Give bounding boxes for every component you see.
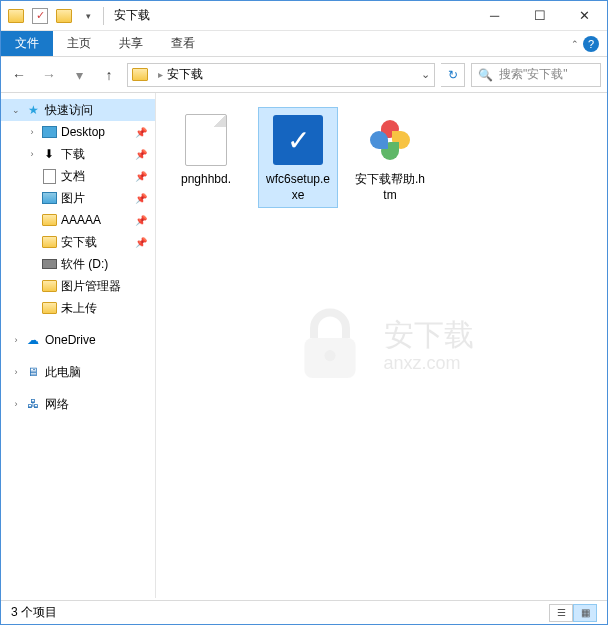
address-folder-icon — [132, 68, 148, 81]
sidebar-item-label: 下载 — [61, 146, 85, 163]
quick-access-label: 快速访问 — [45, 102, 93, 119]
qat-newfolder-icon[interactable] — [53, 5, 75, 27]
breadcrumb-current[interactable]: 安下载 — [167, 66, 203, 83]
nav-back-button[interactable]: ← — [7, 63, 31, 87]
view-large-icons-button[interactable]: ▦ — [573, 604, 597, 622]
navbar: ← → ▾ ↑ ▸ 安下载 ⌄ ↻ 🔍 搜索"安下载" — [1, 57, 607, 93]
nav-up-button[interactable]: ↑ — [97, 63, 121, 87]
refresh-button[interactable]: ↻ — [441, 63, 465, 87]
disclosure-icon[interactable]: ⌄ — [11, 105, 21, 115]
ribbon: 文件 主页 共享 查看 ⌃ ? — [1, 31, 607, 57]
sidebar-item-label: AAAAA — [61, 213, 101, 227]
watermark-lock-icon — [290, 306, 370, 386]
onedrive-icon: ☁ — [25, 332, 41, 348]
sidebar-item-label: 文档 — [61, 168, 85, 185]
watermark-text2: anxz.com — [384, 353, 474, 375]
disclosure-icon[interactable]: › — [11, 367, 21, 377]
star-icon: ★ — [25, 102, 41, 118]
sidebar-item-label: 未上传 — [61, 300, 97, 317]
svg-rect-0 — [304, 338, 355, 378]
breadcrumb-separator-icon: ▸ — [158, 69, 163, 80]
qat-dropdown-icon[interactable]: ▾ — [77, 5, 99, 27]
disclosure-icon[interactable]: › — [27, 127, 37, 137]
disclosure-icon[interactable]: › — [27, 149, 37, 159]
view-details-button[interactable]: ☰ — [549, 604, 573, 622]
search-input[interactable]: 🔍 搜索"安下载" — [471, 63, 601, 87]
watermark-text1: 安下载 — [384, 317, 474, 353]
file-blank-icon — [178, 112, 234, 168]
maximize-button[interactable]: ☐ — [517, 1, 562, 30]
desktop-icon — [41, 124, 57, 140]
folder-icon — [41, 234, 57, 250]
pin-icon: 📌 — [135, 193, 147, 204]
drive-icon — [41, 256, 57, 272]
file-name: wfc6setup.exe — [263, 172, 333, 203]
address-dropdown-icon[interactable]: ⌄ — [421, 68, 430, 81]
search-icon: 🔍 — [478, 68, 493, 82]
nav-history-dropdown[interactable]: ▾ — [67, 63, 91, 87]
onedrive-label: OneDrive — [45, 333, 96, 347]
sidebar-item-picmgr[interactable]: 图片管理器 — [1, 275, 155, 297]
pictures-icon — [41, 190, 57, 206]
ribbon-expand-icon[interactable]: ⌃ — [571, 39, 579, 49]
sidebar-item-label: 图片 — [61, 190, 85, 207]
sidebar-item-label: 图片管理器 — [61, 278, 121, 295]
status-item-count: 3 个项目 — [11, 604, 57, 621]
sidebar-item-label: Desktop — [61, 125, 105, 139]
titlebar: ✓ ▾ 安下载 ─ ☐ ✕ — [1, 1, 607, 31]
sidebar-network[interactable]: › 🖧 网络 — [1, 393, 155, 415]
sidebar-item-desktop[interactable]: › Desktop 📌 — [1, 121, 155, 143]
sidebar-item-label: 软件 (D:) — [61, 256, 108, 273]
address-bar[interactable]: ▸ 安下载 ⌄ — [127, 63, 435, 87]
folder-icon — [41, 300, 57, 316]
file-item[interactable]: pnghhbd. — [166, 107, 246, 193]
sidebar-item-downloads[interactable]: › ⬇ 下载 📌 — [1, 143, 155, 165]
pin-icon: 📌 — [135, 237, 147, 248]
pin-icon: 📌 — [135, 149, 147, 160]
navigation-pane: ⌄ ★ 快速访问 › Desktop 📌 › ⬇ 下载 📌 文档 📌 图片 📌 — [1, 93, 156, 598]
document-icon — [41, 168, 57, 184]
file-view[interactable]: pnghhbd. ✓ wfc6setup.exe 安下载帮助.htm — [156, 93, 607, 598]
sidebar-item-unuploaded[interactable]: 未上传 — [1, 297, 155, 319]
sidebar-quick-access[interactable]: ⌄ ★ 快速访问 — [1, 99, 155, 121]
disclosure-icon[interactable]: › — [11, 399, 21, 409]
disclosure-icon[interactable]: › — [11, 335, 21, 345]
close-button[interactable]: ✕ — [562, 1, 607, 30]
network-icon: 🖧 — [25, 396, 41, 412]
pin-icon: 📌 — [135, 171, 147, 182]
watermark: 安下载 anxz.com — [290, 306, 474, 386]
file-htm-icon — [362, 112, 418, 168]
app-folder-icon — [5, 5, 27, 27]
tab-view[interactable]: 查看 — [157, 31, 209, 56]
sidebar-this-pc[interactable]: › 🖥 此电脑 — [1, 361, 155, 383]
sidebar-onedrive[interactable]: › ☁ OneDrive — [1, 329, 155, 351]
sidebar-item-documents[interactable]: 文档 📌 — [1, 165, 155, 187]
folder-icon — [41, 212, 57, 228]
main-area: ⌄ ★ 快速访问 › Desktop 📌 › ⬇ 下载 📌 文档 📌 图片 📌 — [1, 93, 607, 598]
help-icon[interactable]: ? — [583, 36, 599, 52]
file-name: pnghhbd. — [181, 172, 231, 188]
titlebar-separator — [103, 7, 104, 25]
tab-file[interactable]: 文件 — [1, 31, 53, 56]
sidebar-item-pictures[interactable]: 图片 📌 — [1, 187, 155, 209]
tab-share[interactable]: 共享 — [105, 31, 157, 56]
pin-icon: 📌 — [135, 215, 147, 226]
svg-point-1 — [324, 350, 335, 361]
qat-properties-icon[interactable]: ✓ — [29, 5, 51, 27]
pc-icon: 🖥 — [25, 364, 41, 380]
sidebar-item-drive-d[interactable]: 软件 (D:) — [1, 253, 155, 275]
file-name: 安下载帮助.htm — [355, 172, 425, 203]
sidebar-item-anxz[interactable]: 安下载 📌 — [1, 231, 155, 253]
tab-home[interactable]: 主页 — [53, 31, 105, 56]
this-pc-label: 此电脑 — [45, 364, 81, 381]
statusbar: 3 个项目 ☰ ▦ — [1, 600, 607, 624]
sidebar-item-aaaaa[interactable]: AAAAA 📌 — [1, 209, 155, 231]
minimize-button[interactable]: ─ — [472, 1, 517, 30]
folder-icon — [41, 278, 57, 294]
file-item[interactable]: ✓ wfc6setup.exe — [258, 107, 338, 208]
file-item[interactable]: 安下载帮助.htm — [350, 107, 430, 208]
network-label: 网络 — [45, 396, 69, 413]
nav-forward-button[interactable]: → — [37, 63, 61, 87]
pin-icon: 📌 — [135, 127, 147, 138]
file-exe-icon: ✓ — [270, 112, 326, 168]
